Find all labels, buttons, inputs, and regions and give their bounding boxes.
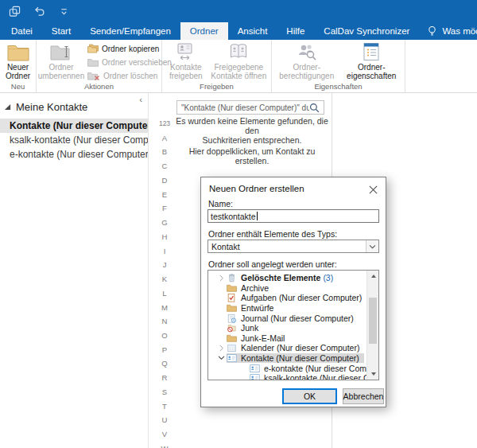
ordner-umbenennen-button[interactable]: Ordner umbenennen xyxy=(38,40,84,80)
tab-caldav-synchronizer[interactable]: CalDav Synchronizer xyxy=(314,22,419,40)
alpha-s[interactable]: S xyxy=(157,385,173,399)
ordner-berechtigungen-button[interactable]: Ordner-berechtigungen xyxy=(273,40,339,80)
ok-button[interactable]: OK xyxy=(282,388,337,404)
title-bar xyxy=(0,0,477,22)
chevron-down-icon[interactable] xyxy=(366,240,378,252)
alpha-i[interactable]: I xyxy=(157,244,173,259)
alpha-t[interactable]: T xyxy=(157,399,173,414)
journal-icon xyxy=(227,314,238,323)
ribbon-group-eigenschaften: Ordner-berechtigungen Ordner-eigenschaft… xyxy=(272,40,405,92)
tree-item-kontakte-selected[interactable]: Kontakte (Nur dieser Computer) xyxy=(208,353,378,364)
tab-start[interactable]: Start xyxy=(42,22,80,40)
folder-pane: ‹ Meine Kontakte Kontakte (Nur dieser Co… xyxy=(0,93,149,448)
tree-item-geloeschte-elemente[interactable]: Gelöschte Elemente (3) xyxy=(208,273,378,283)
tab-ansicht[interactable]: Ansicht xyxy=(228,22,277,40)
tab-datei[interactable]: Datei xyxy=(2,22,42,40)
ribbon-group-freigeben: Kontakte freigeben Freigegebene Kontakte… xyxy=(162,40,272,92)
folder-icon xyxy=(227,303,238,313)
alpha-m[interactable]: M xyxy=(157,301,173,315)
share-contacts-icon xyxy=(175,42,197,61)
alpha-w[interactable]: W xyxy=(157,442,173,448)
tree-item-journal[interactable]: Journal (Nur dieser Computer) xyxy=(208,313,378,323)
ordner-verschieben-button[interactable]: Ordner verschieben xyxy=(87,56,172,68)
chevron-right-icon[interactable] xyxy=(216,275,227,282)
open-shared-contacts-icon xyxy=(227,42,250,61)
alpha-p[interactable]: P xyxy=(157,343,173,357)
alpha-q[interactable]: Q xyxy=(157,356,173,371)
scroll-down-arrow-icon[interactable] xyxy=(367,368,379,380)
text-cursor xyxy=(257,212,258,220)
alpha-a[interactable]: A xyxy=(157,131,173,146)
customize-quick-access-toolbar-icon[interactable] xyxy=(57,5,70,18)
close-icon[interactable] xyxy=(367,184,378,195)
new-folder-icon xyxy=(7,42,29,61)
cancel-button[interactable]: Abbrechen xyxy=(343,388,384,404)
tree-item-ksalk-kontakte[interactable]: ksalk-kontakte (Nur dieser Computer) xyxy=(208,373,378,380)
ordner-kopieren-button[interactable]: Ordner kopieren xyxy=(87,43,172,54)
alpha-l[interactable]: L xyxy=(157,286,173,301)
ordner-eigenschaften-button[interactable]: Ordner-eigenschaften xyxy=(339,40,403,80)
tree-item-kalender[interactable]: Kalender (Nur dieser Computer) xyxy=(208,343,378,353)
collapse-pane-icon[interactable]: ‹ xyxy=(139,95,142,104)
empty-contact-list-area[interactable]: Es wurden keine Elemente gefunden, die d… xyxy=(175,116,329,166)
alpha-r[interactable]: R xyxy=(157,371,173,385)
search-icon[interactable] xyxy=(309,103,320,113)
contacts-icon xyxy=(227,353,238,363)
neuer-ordner-button[interactable]: Neuer Ordner xyxy=(2,40,34,80)
alpha-n[interactable]: N xyxy=(157,314,173,329)
alpha-123[interactable]: 123 xyxy=(157,117,173,131)
folder-type-label: Ordner enthält Elemente des Typs: xyxy=(208,229,337,239)
quick-access-toolbar xyxy=(8,5,70,18)
undo-icon[interactable] xyxy=(33,5,45,18)
scrollbar-thumb[interactable] xyxy=(369,298,377,344)
folder-name-input[interactable]: testkontakte xyxy=(207,209,379,223)
folder-icon xyxy=(227,333,238,343)
tab-hilfe[interactable]: Hilfe xyxy=(277,22,314,40)
alpha-h[interactable]: H xyxy=(157,230,173,244)
alpha-o[interactable]: O xyxy=(157,329,173,343)
alpha-e[interactable]: E xyxy=(157,188,173,202)
contacts-icon xyxy=(250,364,261,373)
tell-me-box[interactable]: Was möchten Sie tun? xyxy=(419,22,477,40)
tree-item-junk[interactable]: Junk xyxy=(208,323,378,333)
chevron-down-icon[interactable] xyxy=(216,356,227,360)
alpha-g[interactable]: G xyxy=(157,216,173,230)
sidebar-item-ksalk-kontakte[interactable]: ksalk-kontakte (Nur dieser Computer) xyxy=(0,133,148,147)
kontakte-freigeben-button[interactable]: Kontakte freigeben xyxy=(164,40,208,80)
group-label-eigenschaften: Eigenschaften xyxy=(273,81,403,92)
tree-item-archive[interactable]: Archive xyxy=(208,283,378,294)
scroll-up-arrow-icon[interactable] xyxy=(367,271,379,282)
alpha-j[interactable]: J xyxy=(157,258,173,272)
sidebar-item-kontakte[interactable]: Kontakte (Nur dieser Computer) xyxy=(0,119,148,133)
ribbon-group-aktionen: Ordner umbenennen Ordner kopieren Ordner… xyxy=(37,40,162,92)
send-receive-icon[interactable] xyxy=(8,5,21,18)
folder-permissions-icon xyxy=(296,42,318,61)
expanded-triangle-icon xyxy=(4,103,11,111)
tree-scrollbar[interactable] xyxy=(366,271,378,380)
tab-senden-empfangen[interactable]: Senden/Empfangen xyxy=(80,22,180,40)
alpha-f[interactable]: F xyxy=(157,201,173,216)
alpha-d[interactable]: D xyxy=(157,173,173,188)
ribbon-tab-bar: Datei Start Senden/Empfangen Ordner Ansi… xyxy=(0,22,477,40)
chevron-right-icon[interactable] xyxy=(216,345,227,352)
tree-item-aufgaben[interactable]: Aufgaben (Nur dieser Computer) xyxy=(208,293,378,303)
folder-type-select[interactable]: Kontakt xyxy=(207,240,379,253)
alpha-v[interactable]: V xyxy=(157,427,173,442)
freigegebene-kontakte-oeffnen-button[interactable]: Freigegebene Kontakte öffnen xyxy=(208,40,270,80)
alpha-b[interactable]: B xyxy=(157,145,173,159)
meine-kontakte-group[interactable]: Meine Kontakte xyxy=(0,93,148,119)
alpha-k[interactable]: K xyxy=(157,272,173,286)
group-label-freigeben: Freigeben xyxy=(164,81,270,92)
tree-item-junk-e-mail[interactable]: Junk-E-Mail xyxy=(208,333,378,344)
ordner-loeschen-button[interactable]: Ordner löschen xyxy=(87,70,172,81)
alpha-c[interactable]: C xyxy=(157,159,173,173)
alpha-u[interactable]: U xyxy=(157,413,173,427)
tree-item-e-kontakte[interactable]: e-kontakte (Nur dieser Computer) xyxy=(208,363,378,373)
tab-ordner[interactable]: Ordner xyxy=(180,22,228,40)
deleted-items-icon xyxy=(227,273,238,282)
empty-message-line2: Suchkriterien entsprechen. xyxy=(175,135,329,145)
selected-tree-row: Kontakte (Nur dieser Computer) xyxy=(227,353,364,364)
search-input[interactable]: "Kontakte (Nur dieser Computer)" durchsu… xyxy=(176,100,324,115)
tree-item-entwuerfe[interactable]: Entwürfe xyxy=(208,303,378,314)
sidebar-item-e-kontakte[interactable]: e-kontakte (Nur dieser Computer) xyxy=(0,147,148,162)
